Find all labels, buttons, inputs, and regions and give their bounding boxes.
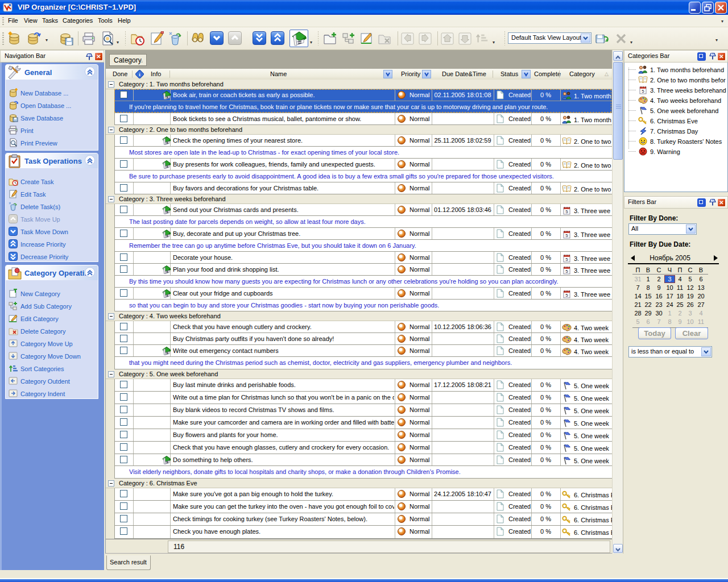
svg-text:5: 5 (565, 269, 568, 274)
svg-text:5: 5 (565, 209, 568, 214)
svg-text:5: 5 (642, 89, 644, 94)
svg-text:5: 5 (565, 233, 568, 238)
svg-text:5: 5 (565, 293, 568, 298)
svg-text:5: 5 (565, 257, 568, 262)
